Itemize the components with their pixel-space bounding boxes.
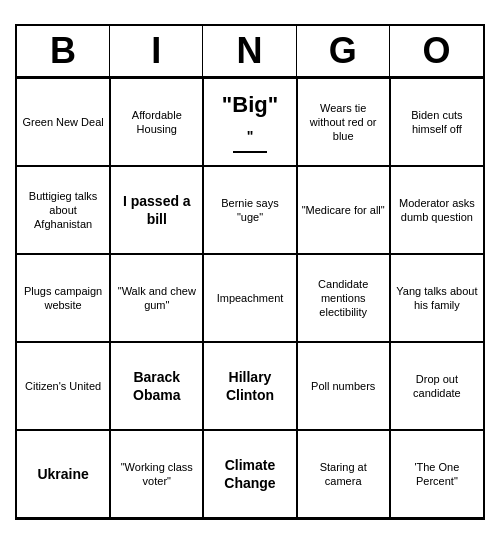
cell-r3c3: Impeachment	[203, 254, 296, 342]
cell-r2c4: "Medicare for all"	[297, 166, 390, 254]
cell-r5c2: "Working class voter"	[110, 430, 203, 518]
cell-r1c3: "Big" "	[203, 78, 296, 166]
bingo-grid: Green New DealAffordable Housing "Big" "…	[17, 78, 483, 518]
cell-r4c1: Citizen's United	[17, 342, 110, 430]
header-letter-n: N	[203, 26, 296, 76]
cell-r1c5: Biden cuts himself off	[390, 78, 483, 166]
cell-r4c2: BarackObama	[110, 342, 203, 430]
cell-r4c5: Drop out candidate	[390, 342, 483, 430]
cell-r2c1: Buttigieg talks about Afghanistan	[17, 166, 110, 254]
cell-r5c3: Climate Change	[203, 430, 296, 518]
cell-r4c4: Poll numbers	[297, 342, 390, 430]
header-letter-b: B	[17, 26, 110, 76]
cell-r1c4: Wears tie without red or blue	[297, 78, 390, 166]
cell-r3c4: Candidate mentions electibility	[297, 254, 390, 342]
header-letter-g: G	[297, 26, 390, 76]
cell-r2c2: I passed a bill	[110, 166, 203, 254]
header-letter-o: O	[390, 26, 483, 76]
cell-r2c3: Bernie says "uge"	[203, 166, 296, 254]
cell-r3c2: "Walk and chew gum"	[110, 254, 203, 342]
bingo-header: BINGO	[17, 26, 483, 78]
cell-r5c1: Ukraine	[17, 430, 110, 518]
cell-r4c3: Hillary Clinton	[203, 342, 296, 430]
cell-r1c2: Affordable Housing	[110, 78, 203, 166]
cell-r1c1: Green New Deal	[17, 78, 110, 166]
cell-r5c4: Staring at camera	[297, 430, 390, 518]
bingo-card: BINGO Green New DealAffordable Housing "…	[15, 24, 485, 520]
cell-r3c1: Plugs campaign website	[17, 254, 110, 342]
cell-r5c5: 'The One Percent"	[390, 430, 483, 518]
cell-r2c5: Moderator asks dumb question	[390, 166, 483, 254]
header-letter-i: I	[110, 26, 203, 76]
cell-r3c5: Yang talks about his family	[390, 254, 483, 342]
